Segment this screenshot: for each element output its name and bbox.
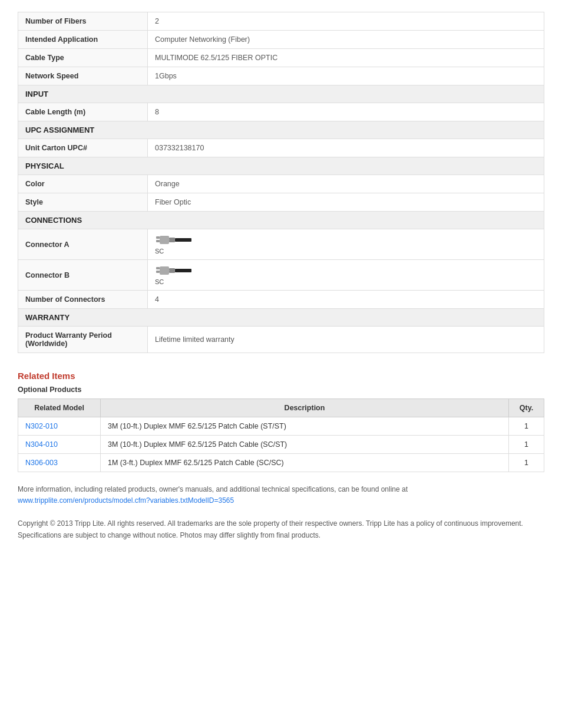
svg-rect-0 (156, 236, 160, 239)
spec-row: INPUT (18, 85, 544, 103)
spec-row: ColorOrange (18, 175, 544, 193)
spec-value: Computer Networking (Fiber) (148, 31, 544, 49)
related-model-cell: N304-010 (18, 436, 101, 454)
spec-label: Intended Application (18, 31, 148, 49)
connector-icon-row (155, 265, 202, 278)
related-model-link[interactable]: N306-003 (25, 459, 58, 467)
footer-info: More information, including related prod… (18, 484, 544, 506)
spec-value: 4 (148, 291, 544, 309)
connector-cell: SC (148, 260, 544, 291)
svg-rect-4 (169, 240, 175, 242)
related-qty-cell: 1 (509, 454, 544, 472)
svg-rect-9 (169, 268, 175, 271)
spec-row: Number of Fibers2 (18, 12, 544, 31)
related-qty-cell: 1 (509, 417, 544, 436)
spec-label: Connector A (18, 229, 148, 260)
related-description-cell: 1M (3-ft.) Duplex MMF 62.5/125 Patch Cab… (101, 454, 509, 472)
related-model-cell: N302-010 (18, 417, 101, 436)
spec-label: Network Speed (18, 67, 148, 85)
optional-products-label: Optional Products (18, 386, 544, 394)
related-qty-cell: 1 (509, 436, 544, 454)
related-model-cell: N306-003 (18, 454, 101, 472)
section-header-cell: INPUT (18, 85, 544, 103)
spec-row: Product Warranty Period (Worldwide)Lifet… (18, 327, 544, 353)
spec-row: Connector B SC (18, 260, 544, 291)
spec-value: Fiber Optic (148, 193, 544, 212)
related-model-link[interactable]: N304-010 (25, 440, 58, 449)
footer-link[interactable]: www.tripplite.com/en/products/model.cfm?… (18, 496, 234, 505)
related-items-title: Related Items (18, 371, 544, 381)
connector-label: SC (155, 278, 164, 285)
spec-value: 2 (148, 12, 544, 31)
specs-table: Number of Fibers2Intended ApplicationCom… (18, 12, 544, 353)
spec-label: Number of Connectors (18, 291, 148, 309)
section-header-cell: WARRANTY (18, 309, 544, 327)
spec-row: Cable TypeMULTIMODE 62.5/125 FIBER OPTIC (18, 49, 544, 67)
spec-value: 8 (148, 103, 544, 121)
svg-rect-8 (160, 266, 169, 275)
spec-row: Connector A SC (18, 229, 544, 260)
svg-rect-7 (156, 271, 160, 273)
section-header-cell: PHYSICAL (18, 157, 544, 175)
spec-row: CONNECTIONS (18, 212, 544, 229)
spec-row: Number of Connectors4 (18, 291, 544, 309)
spec-row: Intended ApplicationComputer Networking … (18, 31, 544, 49)
related-item-row: N306-0031M (3-ft.) Duplex MMF 62.5/125 P… (18, 454, 544, 472)
copyright-text: Copyright © 2013 Tripp Lite. All rights … (18, 518, 544, 541)
related-qty-header: Qty. (509, 399, 544, 417)
connector-icon-wrap: SC (155, 234, 537, 255)
section-header-cell: CONNECTIONS (18, 212, 544, 229)
spec-row: UPC ASSIGNMENT (18, 121, 544, 139)
related-model-link[interactable]: N302-010 (25, 422, 58, 430)
spec-label: Cable Type (18, 49, 148, 67)
related-model-header: Related Model (18, 399, 101, 417)
spec-value: Lifetime limited warranty (148, 327, 544, 353)
related-description-header: Description (101, 399, 509, 417)
footer-info-text: More information, including related prod… (18, 485, 408, 493)
spec-row: StyleFiber Optic (18, 193, 544, 212)
connector-svg (155, 265, 202, 278)
spec-row: Cable Length (m)8 (18, 103, 544, 121)
related-items-table: Related Model Description Qty. N302-0103… (18, 398, 544, 472)
spec-value: 1Gbps (148, 67, 544, 85)
spec-value: 037332138170 (148, 139, 544, 157)
connector-label: SC (155, 248, 164, 255)
spec-value: Orange (148, 175, 544, 193)
svg-rect-6 (156, 267, 160, 269)
svg-rect-1 (156, 240, 160, 242)
spec-label: Unit Carton UPC# (18, 139, 148, 157)
spec-label: Connector B (18, 260, 148, 291)
section-header-cell: UPC ASSIGNMENT (18, 121, 544, 139)
svg-rect-5 (175, 238, 191, 242)
spec-label: Cable Length (m) (18, 103, 148, 121)
related-items-section: Related Items Optional Products Related … (18, 371, 544, 541)
spec-label: Number of Fibers (18, 12, 148, 31)
related-description-cell: 3M (10-ft.) Duplex MMF 62.5/125 Patch Ca… (101, 436, 509, 454)
spec-row: PHYSICAL (18, 157, 544, 175)
svg-rect-10 (169, 271, 175, 273)
related-item-row: N302-0103M (10-ft.) Duplex MMF 62.5/125 … (18, 417, 544, 436)
spec-label: Product Warranty Period (Worldwide) (18, 327, 148, 353)
spec-label: Color (18, 175, 148, 193)
connector-svg (155, 234, 202, 247)
spec-label: Style (18, 193, 148, 212)
connector-icon-row (155, 234, 202, 247)
spec-row: WARRANTY (18, 309, 544, 327)
svg-rect-3 (169, 238, 175, 240)
svg-rect-11 (175, 269, 191, 272)
spec-value: MULTIMODE 62.5/125 FIBER OPTIC (148, 49, 544, 67)
spec-row: Network Speed1Gbps (18, 67, 544, 85)
spec-row: Unit Carton UPC#037332138170 (18, 139, 544, 157)
connector-icon-wrap: SC (155, 265, 537, 285)
connector-cell: SC (148, 229, 544, 260)
related-description-cell: 3M (10-ft.) Duplex MMF 62.5/125 Patch Ca… (101, 417, 509, 436)
related-item-row: N304-0103M (10-ft.) Duplex MMF 62.5/125 … (18, 436, 544, 454)
svg-rect-2 (160, 236, 169, 244)
